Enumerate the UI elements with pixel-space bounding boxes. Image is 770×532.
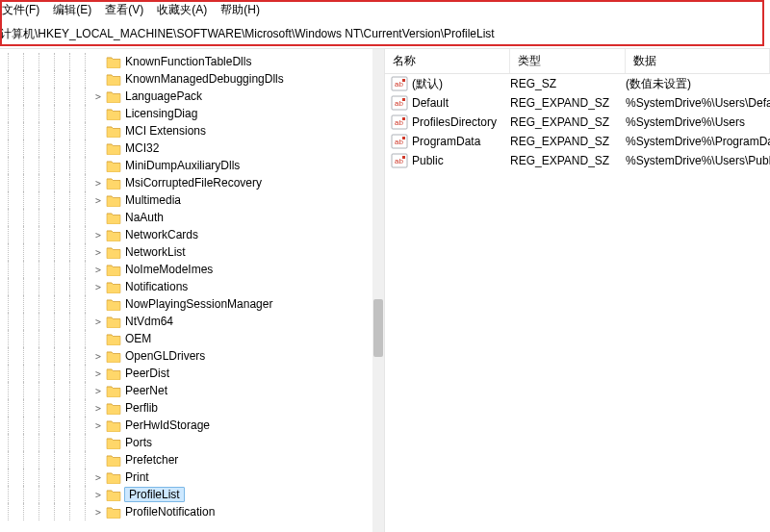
folder-icon	[106, 107, 121, 120]
tree-item-label: Prefetcher	[125, 453, 184, 467]
tree-item[interactable]: NowPlayingSessionManager	[0, 295, 384, 313]
tree-item[interactable]: > PeerDist	[0, 365, 384, 382]
tree-item-label: PeerNet	[125, 384, 173, 397]
address-bar[interactable]: 计算机\HKEY_LOCAL_MACHINE\SOFTWARE\Microsof…	[0, 22, 770, 48]
folder-icon	[106, 55, 121, 68]
tree-item-label: NetworkCards	[125, 228, 204, 241]
tree-item-label: MCI32	[125, 141, 165, 155]
tree-item[interactable]: > PerHwIdStorage	[0, 417, 384, 434]
value-row[interactable]: ab PublicREG_EXPAND_SZ%SystemDrive%\User…	[385, 151, 770, 170]
folder-icon	[106, 349, 121, 363]
tree-item[interactable]: > Print	[0, 469, 384, 486]
folder-icon	[106, 384, 121, 397]
values-list[interactable]: ab (默认)REG_SZ(数值未设置) ab DefaultREG_EXPAN…	[385, 74, 770, 170]
value-name: Default	[412, 96, 510, 110]
folder-icon	[106, 505, 121, 519]
value-row[interactable]: ab DefaultREG_EXPAND_SZ%SystemDrive%\Use…	[385, 93, 770, 113]
tree-item-label: Perflib	[125, 401, 164, 415]
tree-item-label: LanguagePack	[125, 89, 208, 103]
folder-icon	[106, 228, 121, 241]
menu-favorites[interactable]: 收藏夹(A)	[157, 2, 207, 18]
tree-item[interactable]: Prefetcher	[0, 451, 384, 469]
tree-item-label: PerHwIdStorage	[125, 418, 216, 432]
tree-item[interactable]: > NoImeModeImes	[0, 261, 384, 278]
expander-icon[interactable]: >	[92, 91, 104, 102]
menu-bar: 文件(F) 编辑(E) 查看(V) 收藏夹(A) 帮助(H)	[0, 0, 770, 22]
value-data: %SystemDrive%\ProgramData	[626, 135, 770, 148]
expander-icon[interactable]: >	[92, 420, 104, 431]
expander-icon[interactable]: >	[92, 490, 104, 500]
tree-item-label: NaAuth	[125, 211, 169, 224]
tree-item[interactable]: > OpenGLDrivers	[0, 347, 384, 365]
menu-edit[interactable]: 编辑(E)	[53, 2, 91, 18]
col-header-data[interactable]: 数据	[626, 49, 770, 73]
svg-rect-14	[402, 156, 405, 159]
value-type: REG_SZ	[510, 77, 626, 90]
tree-item[interactable]: > PeerNet	[0, 382, 384, 399]
expander-icon[interactable]: >	[92, 386, 104, 396]
tree-item[interactable]: LicensingDiag	[0, 105, 384, 122]
expander-icon[interactable]: >	[92, 368, 104, 379]
expander-icon[interactable]: >	[92, 195, 104, 206]
expander-icon[interactable]: >	[92, 351, 104, 362]
expander-icon[interactable]: >	[92, 282, 104, 292]
menu-help[interactable]: 帮助(H)	[220, 2, 260, 18]
tree-item[interactable]: > NtVdm64	[0, 313, 384, 330]
folder-icon	[106, 245, 121, 259]
tree-item[interactable]: MCI32	[0, 139, 384, 157]
expander-icon[interactable]: >	[92, 472, 104, 483]
tree-item[interactable]: OEM	[0, 330, 384, 347]
tree-item[interactable]: > Multimedia	[0, 191, 384, 209]
tree-item[interactable]: KnownFunctionTableDlls	[0, 53, 384, 70]
expander-icon[interactable]: >	[92, 247, 104, 258]
col-header-name[interactable]: 名称	[385, 49, 510, 73]
tree-item-label: Multimedia	[125, 193, 187, 207]
expander-icon[interactable]: >	[92, 265, 104, 275]
expander-icon[interactable]: >	[92, 317, 104, 327]
svg-rect-11	[402, 137, 405, 139]
tree-item[interactable]: MCI Extensions	[0, 122, 384, 139]
main-split: KnownFunctionTableDlls KnownManagedDebug…	[0, 48, 770, 532]
tree-scrollbar-thumb[interactable]	[373, 299, 383, 357]
tree-item[interactable]: > LanguagePack	[0, 88, 384, 105]
tree-item[interactable]: > Notifications	[0, 278, 384, 295]
svg-rect-5	[402, 98, 405, 101]
menu-view[interactable]: 查看(V)	[105, 2, 143, 18]
tree-item-label: OpenGLDrivers	[125, 349, 211, 363]
string-value-icon: ab	[391, 76, 408, 91]
tree-item[interactable]: > NetworkCards	[0, 226, 384, 243]
expander-icon[interactable]: >	[92, 178, 104, 189]
tree-item[interactable]: > MsiCorruptedFileRecovery	[0, 174, 384, 191]
value-row[interactable]: ab ProgramDataREG_EXPAND_SZ%SystemDrive%…	[385, 132, 770, 151]
tree-item-label: Print	[125, 470, 155, 484]
registry-tree[interactable]: KnownFunctionTableDlls KnownManagedDebug…	[0, 49, 384, 524]
tree-item-label: KnownManagedDebuggingDlls	[125, 72, 290, 86]
expander-icon[interactable]: >	[92, 230, 104, 241]
value-name: ProgramData	[412, 135, 510, 148]
tree-item[interactable]: NaAuth	[0, 209, 384, 226]
tree-item[interactable]: Ports	[0, 434, 384, 451]
tree-item[interactable]: > Perflib	[0, 399, 384, 417]
tree-pane: KnownFunctionTableDlls KnownManagedDebug…	[0, 49, 385, 532]
tree-item[interactable]: > ProfileList	[0, 486, 384, 503]
tree-item[interactable]: > ProfileNotification	[0, 503, 384, 520]
tree-item[interactable]: MiniDumpAuxiliaryDlls	[0, 157, 384, 174]
tree-item-label: MCI Extensions	[125, 124, 212, 138]
value-row[interactable]: ab (默认)REG_SZ(数值未设置)	[385, 74, 770, 93]
tree-item-label: PeerDist	[125, 367, 175, 380]
tree-item-label: KnownFunctionTableDlls	[125, 55, 257, 68]
tree-item[interactable]: > NetworkList	[0, 243, 384, 261]
folder-icon	[106, 193, 121, 207]
tree-item[interactable]: KnownManagedDebuggingDlls	[0, 70, 384, 88]
folder-icon	[106, 124, 121, 138]
menu-file[interactable]: 文件(F)	[2, 2, 39, 18]
expander-icon[interactable]: >	[92, 403, 104, 414]
tree-item-label: NoImeModeImes	[125, 263, 218, 276]
tree-scrollbar[interactable]	[372, 49, 384, 532]
value-type: REG_EXPAND_SZ	[510, 115, 626, 129]
expander-icon[interactable]: >	[92, 507, 104, 518]
value-row[interactable]: ab ProfilesDirectoryREG_EXPAND_SZ%System…	[385, 113, 770, 132]
folder-icon	[106, 89, 121, 103]
col-header-type[interactable]: 类型	[510, 49, 626, 73]
folder-icon	[106, 418, 121, 432]
